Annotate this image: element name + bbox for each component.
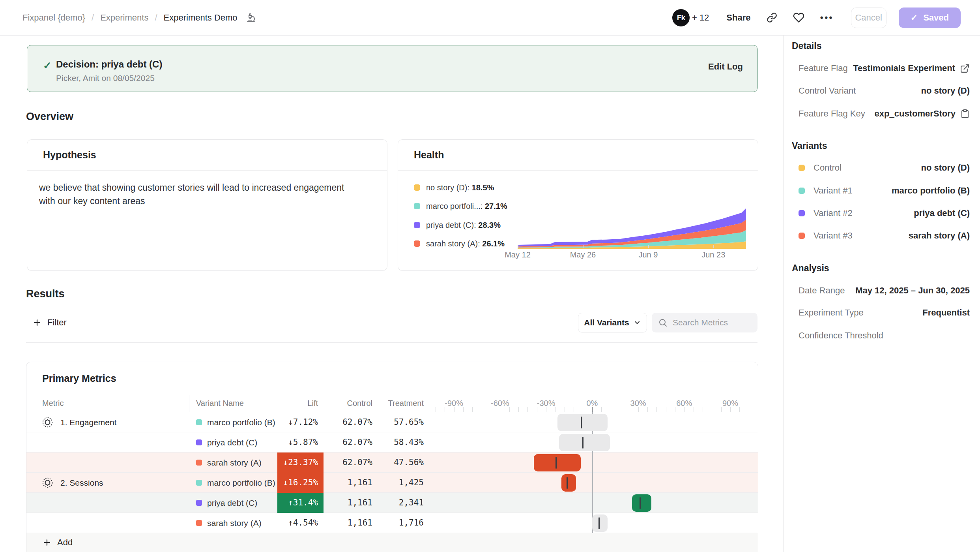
add-filter-button[interactable]: Filter: [32, 313, 67, 332]
breadcrumb-experiments[interactable]: Experiments: [100, 13, 148, 23]
health-card: Health no story (D): 18.5%marco portfoli…: [398, 139, 758, 271]
lift-value: ↓7.12%: [277, 412, 324, 432]
x-axis-tick: [713, 245, 714, 248]
health-legend-item: marco portfoli...: 27.1%: [414, 201, 507, 211]
legend-label: marco portfoli...: 27.1%: [426, 202, 507, 211]
variant-color-chip: [196, 439, 202, 445]
edit-log-button[interactable]: Edit Log: [708, 62, 743, 72]
metrics-table-header: MetricVariant NameLiftControlTreatment-9…: [26, 395, 758, 412]
favorite-button[interactable]: [793, 12, 804, 23]
main-content: ✓ Decision: priya debt (C) Picker, Amit …: [0, 36, 783, 552]
more-menu-button[interactable]: •••: [820, 12, 834, 23]
microscope-icon: [246, 13, 256, 23]
add-metric-button[interactable]: Add: [42, 537, 73, 548]
confidence-interval-bar[interactable]: [632, 494, 651, 512]
ruler-tick: [509, 407, 510, 412]
variant-name: priya debt (C): [207, 432, 257, 452]
collaborator-count[interactable]: + 12: [692, 13, 709, 23]
ruler-tick: [758, 407, 758, 412]
breadcrumb-project[interactable]: Fixpanel {demo}: [22, 13, 85, 23]
ruler-tick: [675, 407, 675, 412]
treatment-value: 1,425: [377, 473, 428, 493]
ruler-tick: [620, 407, 620, 412]
variant-name: priya debt (C): [207, 493, 257, 513]
variant-name: sarah story (A): [207, 452, 262, 473]
metrics-table-footer: Add: [26, 533, 758, 552]
sidebar-row-control-variant: Control Variantno story (D): [799, 84, 970, 98]
metric-table-row[interactable]: sarah story (A)↑4.54%1,1611,716: [26, 513, 758, 533]
metric-table-row[interactable]: 1. Engagementmarco portfolio (B)↓7.12%62…: [26, 412, 758, 432]
metric-table-row[interactable]: 2. Sessionsmarco portfolio (B)↓16.25%1,1…: [26, 473, 758, 493]
search-metrics-input[interactable]: [673, 318, 752, 327]
column-header-treatment: Treatment: [377, 395, 424, 412]
hypothesis-body[interactable]: we believe that showing customer stories…: [39, 181, 359, 208]
saved-button-label: Saved: [923, 13, 949, 23]
decision-subtitle: Picker, Amit on 08/05/2025: [56, 73, 155, 83]
sidebar-row-label: Confidence Threshold: [799, 330, 883, 341]
copy-link-button[interactable]: [767, 12, 777, 23]
sidebar-row-label: Feature Flag: [799, 63, 848, 73]
lift-mean-marker: [567, 477, 568, 489]
legend-variant-name: priya debt (C): [426, 221, 474, 229]
lift-value: ↓16.25%: [277, 473, 324, 493]
lift-value: ↑4.54%: [277, 513, 324, 533]
external-link-icon[interactable]: [960, 64, 970, 73]
metric-goal-icon: [42, 417, 53, 428]
confidence-interval-bar[interactable]: [592, 514, 608, 532]
ruler-tick: [703, 407, 703, 412]
legend-value: 28.3%: [478, 221, 501, 229]
legend-label: priya debt (C): 28.3%: [426, 221, 501, 230]
health-legend-item: sarah story (A): 26.1%: [414, 239, 505, 248]
heart-icon: [793, 12, 804, 23]
confidence-interval-bar[interactable]: [559, 434, 610, 451]
ruler-tick: [611, 407, 611, 412]
metric-table-row[interactable]: priya debt (C)↑31.4%1,1612,341: [26, 493, 758, 513]
clipboard-icon[interactable]: [960, 109, 970, 118]
confidence-interval-bar[interactable]: [561, 474, 576, 492]
ruler-tick: [583, 407, 583, 412]
saved-button[interactable]: ✓ Saved: [899, 8, 961, 28]
primary-metrics-title: Primary Metrics: [42, 373, 116, 384]
topbar-actions: Fk + 12 Share ••• Cancel ✓ Saved: [672, 8, 961, 28]
lift-mean-marker: [555, 457, 557, 469]
treatment-value: 57.65%: [377, 412, 428, 432]
x-axis-label: May 12: [505, 250, 531, 259]
treatment-value: 47.56%: [377, 452, 428, 473]
metric-table-row[interactable]: sarah story (A)↓23.37%62.07%47.56%: [26, 452, 758, 473]
ruler-tick: [482, 407, 482, 412]
variant-filter-label: All Variants: [584, 318, 629, 327]
legend-variant-name: no story (D): [426, 183, 467, 192]
ruler-tick: [712, 407, 712, 412]
ruler-tick: [656, 407, 657, 412]
ruler-tick: [730, 407, 731, 412]
metric-name: 2. Sessions: [60, 478, 103, 488]
ruler-tick: [463, 407, 464, 412]
overview-heading: Overview: [26, 111, 73, 123]
x-axis-label: May 26: [570, 250, 596, 259]
avatar[interactable]: Fk: [672, 9, 690, 26]
topbar: Fixpanel {demo} / Experiments / Experime…: [0, 0, 980, 36]
sidebar-row-feature-flag-key: Feature Flag Keyexp_customerStory: [799, 107, 970, 120]
metric-table-row[interactable]: priya debt (C)↓5.87%62.07%58.43%: [26, 432, 758, 452]
plus-icon: [42, 538, 52, 547]
sidebar-row-variant-1: Variant #1marco portfolio (B): [799, 184, 970, 197]
variant-name: sarah story (A): [207, 513, 262, 533]
confidence-interval-bar[interactable]: [557, 414, 607, 431]
check-icon: ✓: [911, 13, 918, 23]
cancel-button[interactable]: Cancel: [851, 8, 886, 28]
legend-swatch-icon: [414, 222, 420, 228]
ruler-tick: [601, 407, 602, 412]
column-header-metric: Metric: [42, 395, 64, 412]
variant-color-chip: [196, 460, 202, 466]
confidence-interval-bar[interactable]: [534, 454, 581, 471]
sidebar-row-label: Date Range: [799, 285, 845, 296]
breadcrumb-current[interactable]: Experiments Demo: [164, 13, 256, 23]
breadcrumb-separator: /: [155, 13, 157, 23]
variant-filter-dropdown[interactable]: All Variants: [578, 313, 647, 332]
x-axis-label: Jun 23: [701, 250, 725, 259]
decision-title: Decision: priya debt (C): [56, 59, 162, 70]
share-button[interactable]: Share: [726, 13, 750, 23]
sidebar-row-variant-2: Variant #2priya debt (C): [799, 207, 970, 220]
control-value: 1,161: [324, 493, 377, 513]
hypothesis-card: Hypothesis we believe that showing custo…: [27, 139, 387, 271]
